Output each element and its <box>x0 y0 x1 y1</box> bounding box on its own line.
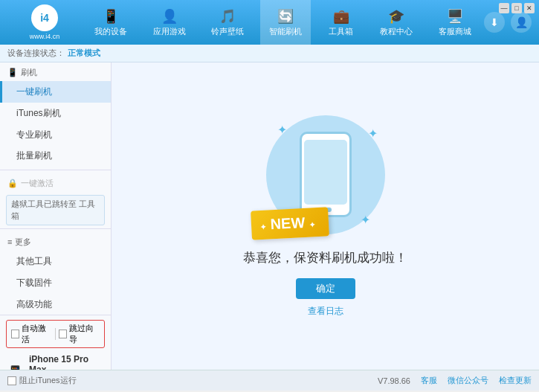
toolbox-icon: 💼 <box>333 8 349 25</box>
sidebar: 📱 刷机 一键刷机 iTunes刷机 专业刷机 批量刷机 🔒 一键激活 越狱工具… <box>0 62 112 370</box>
sidebar-section-flash: 📱 刷机 <box>0 62 111 81</box>
footer-link-check-update[interactable]: 检查更新 <box>499 375 532 386</box>
itunes-checkbox[interactable]: 阻止iTunes运行 <box>7 375 77 386</box>
flash-section-label: 刷机 <box>21 67 37 78</box>
flash-section-icon: 📱 <box>7 68 18 77</box>
nav-tab-ringtones[interactable]: 🎵 铃声壁纸 <box>202 0 253 45</box>
sidebar-section-activate: 🔒 一键激活 <box>0 173 111 192</box>
nav-tab-tutorials[interactable]: 🎓 教程中心 <box>371 0 422 45</box>
nav-tab-toolbox-label: 工具箱 <box>329 26 353 37</box>
nav-tab-my-device-label: 我的设备 <box>94 26 127 37</box>
smart-flash-icon: 🔄 <box>277 8 294 25</box>
skip-guide-label: 跳过向导 <box>69 323 100 345</box>
sparkle-tl: ✦ <box>277 123 287 137</box>
tutorials-icon: 🎓 <box>388 8 404 25</box>
version-label: V7.98.66 <box>378 376 410 385</box>
nav-tab-service[interactable]: 🖥️ 客服商城 <box>430 0 480 45</box>
view-log-link[interactable]: 查看日志 <box>308 305 343 318</box>
sidebar-item-one-key-flash[interactable]: 一键刷机 <box>0 81 111 103</box>
sidebar-divider-2 <box>0 228 111 229</box>
sidebar-tip-box: 越狱工具已跳转至 工具箱 <box>6 195 105 225</box>
minimize-button[interactable]: — <box>499 3 509 13</box>
itunes-cb[interactable] <box>7 376 16 385</box>
footer: 阻止iTunes运行 V7.98.66 客服 微信公众号 检查更新 <box>0 370 539 391</box>
sparkle-br: ✦ <box>361 213 370 227</box>
new-banner: ✦ NEW ✦ <box>251 207 329 240</box>
sidebar-item-download-fw[interactable]: 下载固件 <box>0 272 111 294</box>
footer-left: 阻止iTunes运行 <box>7 375 77 386</box>
device-text: iPhone 15 Pro Max 512GB iPhone <box>29 354 105 370</box>
nav-tab-toolbox[interactable]: 💼 工具箱 <box>319 0 364 45</box>
new-banner-star-right: ✦ <box>309 220 315 228</box>
device-info: 📱 iPhone 15 Pro Max 512GB iPhone <box>6 353 105 370</box>
window-controls: — □ ✕ <box>499 3 535 13</box>
nav-tab-apps-games[interactable]: 👤 应用游戏 <box>144 0 195 45</box>
confirm-button[interactable]: 确定 <box>296 278 355 299</box>
skip-guide-cb[interactable] <box>59 330 67 338</box>
device-bottom: 自动激活 跳过向导 📱 iPhone 15 Pro Max 512GB iPho… <box>0 315 111 370</box>
auto-activate-label: 自动激活 <box>22 323 52 345</box>
user-button[interactable]: 👤 <box>511 12 532 33</box>
footer-right: V7.98.66 客服 微信公众号 检查更新 <box>378 375 532 386</box>
logo-icon: i4 <box>31 4 58 31</box>
lock-icon: 🔒 <box>7 179 18 188</box>
nav-tab-service-label: 客服商城 <box>439 26 471 37</box>
main-layout: 📱 刷机 一键刷机 iTunes刷机 专业刷机 批量刷机 🔒 一键激活 越狱工具… <box>0 62 539 370</box>
nav-tab-ringtones-label: 铃声壁纸 <box>211 26 244 37</box>
sidebar-item-itunes-flash[interactable]: iTunes刷机 <box>0 103 111 124</box>
header: i4 www.i4.cn 📱 我的设备 👤 应用游戏 🎵 铃声壁纸 🔄 智能刷机… <box>0 0 539 45</box>
logo-area: i4 www.i4.cn <box>7 4 82 40</box>
device-phone-icon: 📱 <box>6 364 25 370</box>
auto-activate-checkbox[interactable]: 自动激活 <box>11 323 52 345</box>
close-button[interactable]: ✕ <box>524 3 535 13</box>
more-section-label: 更多 <box>15 237 31 248</box>
download-button[interactable]: ⬇ <box>484 12 505 33</box>
header-right: ⬇ 👤 <box>484 12 532 33</box>
logo-url: www.i4.cn <box>30 33 60 40</box>
sidebar-item-batch-flash[interactable]: 批量刷机 <box>0 145 111 167</box>
sidebar-divider-1 <box>0 170 111 170</box>
sidebar-item-advanced[interactable]: 高级功能 <box>0 294 111 315</box>
status-value: 正常模式 <box>68 48 100 59</box>
checkbox-divider <box>55 328 56 340</box>
itunes-label: 阻止iTunes运行 <box>19 375 77 386</box>
sidebar-item-pro-flash[interactable]: 专业刷机 <box>0 124 111 146</box>
more-section-icon: ≡ <box>7 237 12 246</box>
sidebar-section-more: ≡ 更多 <box>0 232 111 251</box>
device-activate-row: 自动激活 跳过向导 <box>6 320 105 348</box>
nav-tab-tutorials-label: 教程中心 <box>380 26 413 37</box>
activate-section-label: 一键激活 <box>21 178 54 189</box>
footer-link-skin[interactable]: 客服 <box>421 375 437 386</box>
nav-tab-smart-flash-label: 智能刷机 <box>269 26 302 37</box>
sidebar-item-other-tools[interactable]: 其他工具 <box>0 251 111 272</box>
auto-activate-cb[interactable] <box>11 330 19 338</box>
apps-games-icon: 👤 <box>161 8 178 25</box>
nav-tab-smart-flash[interactable]: 🔄 智能刷机 <box>260 0 311 45</box>
new-banner-star-left: ✦ <box>259 222 266 231</box>
status-bar: 设备连接状态： 正常模式 <box>0 45 539 62</box>
skip-guide-checkbox[interactable]: 跳过向导 <box>59 323 100 345</box>
nav-tab-apps-games-label: 应用游戏 <box>153 26 186 37</box>
footer-link-wechat[interactable]: 微信公众号 <box>448 375 488 386</box>
service-icon: 🖥️ <box>447 8 463 25</box>
new-badge-text: NEW <box>269 213 305 231</box>
phone-illustration: ✦ ✦ ✦ ✦ NEW ✦ <box>266 115 385 234</box>
nav-tab-my-device[interactable]: 📱 我的设备 <box>85 0 136 45</box>
status-prefix: 设备连接状态： <box>7 48 65 59</box>
phone-screen <box>304 140 347 205</box>
nav-tabs: 📱 我的设备 👤 应用游戏 🎵 铃声壁纸 🔄 智能刷机 💼 工具箱 🎓 教程中心… <box>82 0 484 45</box>
device-name: iPhone 15 Pro Max <box>29 354 105 370</box>
phone-body <box>300 132 352 217</box>
success-message: 恭喜您，保资料刷机成功啦！ <box>243 249 407 266</box>
my-device-icon: 📱 <box>103 8 119 25</box>
sparkle-tr: ✦ <box>368 126 378 141</box>
ringtones-icon: 🎵 <box>219 8 236 25</box>
maximize-button[interactable]: □ <box>511 3 522 13</box>
content-area: ✦ ✦ ✦ ✦ NEW ✦ 恭喜您，保资料刷机成功啦！ 确定 查看日志 <box>112 62 539 370</box>
